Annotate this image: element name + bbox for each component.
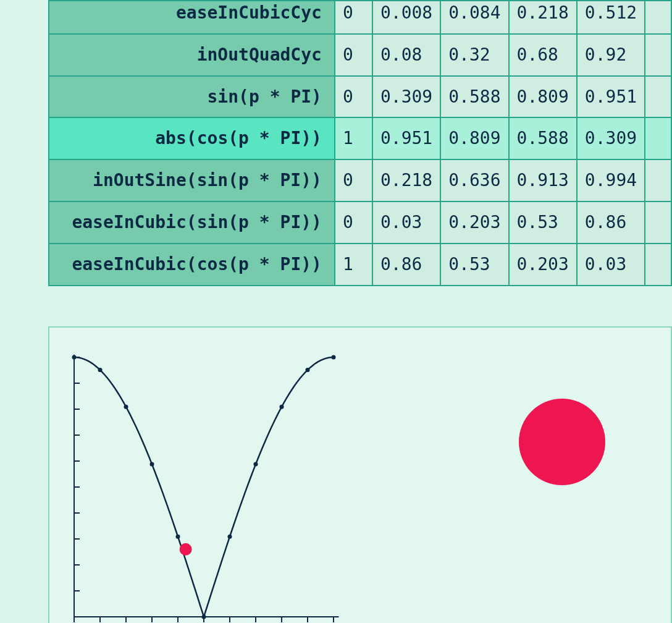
svg-point-30	[228, 534, 232, 538]
easing-fn-name: inOutSine(sin(p * PI))	[49, 159, 335, 201]
svg-point-26	[124, 404, 128, 409]
svg-point-35	[180, 543, 192, 555]
easing-value-overflow	[645, 117, 671, 159]
easing-value-overflow	[645, 34, 671, 76]
table-row[interactable]: easeInCubic(sin(p * PI))00.030.2030.530.…	[49, 201, 671, 244]
easing-value: 0.32	[440, 34, 508, 76]
easing-fn-name: easeInCubicCyc	[49, 1, 335, 34]
svg-point-34	[332, 355, 336, 359]
easing-value: 0	[335, 159, 372, 201]
easing-value: 0.913	[509, 159, 577, 201]
easing-value-overflow	[645, 1, 671, 34]
easing-value: 0.53	[440, 244, 508, 286]
easing-value: 0.309	[577, 117, 645, 159]
svg-point-33	[306, 368, 310, 372]
easing-value: 0.218	[509, 1, 577, 34]
easing-value: 0.92	[577, 34, 645, 76]
easing-value: 0.03	[577, 244, 645, 286]
easing-value-overflow	[645, 159, 671, 201]
easing-value: 0	[335, 34, 372, 76]
svg-point-25	[98, 368, 103, 372]
easing-value-overflow	[645, 76, 671, 118]
easing-value: 0.86	[372, 244, 440, 286]
svg-point-32	[280, 404, 284, 409]
easing-value: 0	[335, 1, 372, 34]
easing-value: 0.203	[440, 201, 508, 244]
easing-value: 0.309	[372, 76, 440, 118]
svg-point-31	[254, 462, 258, 466]
curve-preview-panel	[48, 326, 672, 623]
easing-value: 0.636	[440, 159, 508, 201]
curve-plot	[68, 346, 340, 623]
easing-value: 0.809	[509, 76, 577, 118]
easing-value: 0.08	[372, 34, 440, 76]
table-row[interactable]: sin(p * PI)00.3090.5880.8090.951	[49, 76, 671, 118]
easing-value: 0.203	[509, 244, 577, 286]
easing-table: easeInCubicCyc00.0080.0840.2180.512 inOu…	[48, 0, 672, 286]
table-row[interactable]: inOutQuadCyc00.080.320.680.92	[49, 34, 671, 76]
svg-point-24	[72, 355, 77, 359]
table-row[interactable]: inOutSine(sin(p * PI))00.2180.6360.9130.…	[49, 159, 671, 201]
easing-value: 0.084	[440, 1, 508, 34]
easing-value: 0.218	[372, 159, 440, 201]
easing-fn-name: easeInCubic(cos(p * PI))	[49, 244, 335, 286]
svg-point-29	[202, 614, 206, 619]
easing-value-overflow	[645, 244, 671, 286]
easing-value: 0	[335, 76, 372, 118]
easing-value: 0.53	[509, 201, 577, 244]
svg-point-27	[150, 462, 154, 466]
easing-value: 0.809	[440, 117, 508, 159]
easing-value: 0.86	[577, 201, 645, 244]
easing-fn-name: sin(p * PI)	[49, 76, 335, 118]
easing-fn-name: inOutQuadCyc	[49, 34, 335, 76]
easing-value: 1	[335, 244, 372, 286]
table-row[interactable]: easeInCubicCyc00.0080.0840.2180.512	[49, 1, 671, 34]
easing-value: 0.68	[509, 34, 577, 76]
easing-fn-name: abs(cos(p * PI))	[49, 117, 335, 159]
easing-value: 0.994	[577, 159, 645, 201]
easing-value: 0.03	[372, 201, 440, 244]
svg-point-28	[176, 534, 180, 538]
easing-value-overflow	[645, 201, 671, 244]
easing-value: 1	[335, 117, 372, 159]
table-row[interactable]: abs(cos(p * PI))10.9510.8090.5880.309	[49, 117, 671, 159]
easing-value: 0.008	[372, 1, 440, 34]
easing-value: 0.951	[372, 117, 440, 159]
easing-value: 0.588	[440, 76, 508, 118]
easing-value: 0.588	[509, 117, 577, 159]
easing-value: 0.512	[577, 1, 645, 34]
animation-ball	[519, 399, 605, 485]
easing-value: 0	[335, 201, 372, 244]
table-row[interactable]: easeInCubic(cos(p * PI))10.860.530.2030.…	[49, 244, 671, 286]
easing-fn-name: easeInCubic(sin(p * PI))	[49, 201, 335, 244]
easing-value: 0.951	[577, 76, 645, 118]
